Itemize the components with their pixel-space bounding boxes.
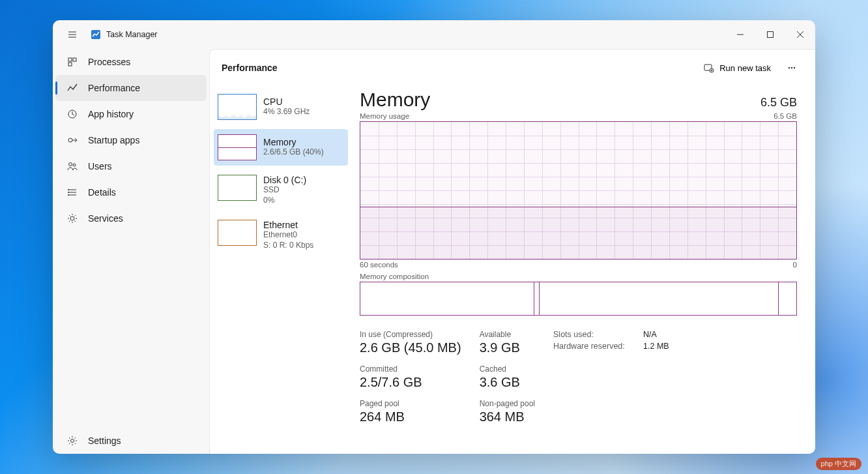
minimize-icon [737, 31, 744, 38]
svg-point-17 [791, 67, 792, 68]
sidebar-item-label: App history [88, 109, 134, 119]
sidebar-item-label: Settings [88, 436, 121, 446]
metric-sub2: S: 0 R: 0 Kbps [263, 241, 313, 251]
more-icon [787, 63, 796, 72]
sidebar-item-services[interactable]: Services [55, 205, 207, 231]
metric-sub: SSD [263, 185, 306, 196]
usage-label: Memory usage [360, 112, 409, 120]
performance-icon [67, 83, 78, 93]
ethernet-thumbnail [218, 220, 257, 246]
users-icon [67, 161, 78, 171]
metric-name: CPU [263, 96, 310, 107]
disk-thumbnail [218, 175, 257, 201]
run-task-icon [704, 63, 714, 73]
svg-point-6 [68, 138, 72, 142]
sidebar-item-app-history[interactable]: App history [55, 101, 207, 127]
sidebar-item-users[interactable]: Users [55, 153, 207, 179]
svg-point-16 [788, 67, 790, 68]
sidebar-item-processes[interactable]: Processes [55, 49, 207, 75]
svg-rect-1 [768, 32, 774, 38]
committed-label: Committed [360, 364, 461, 374]
services-icon [67, 213, 78, 224]
metric-item-disk[interactable]: Disk 0 (C:) SSD 0% [214, 170, 348, 211]
sidebar-item-label: Services [88, 213, 123, 224]
svg-point-11 [68, 194, 69, 196]
reserved-value: 1.2 MB [643, 342, 669, 351]
memory-usage-graph [360, 121, 797, 259]
detail-total: 6.5 GB [760, 96, 797, 110]
page-title: Performance [222, 63, 278, 73]
gear-icon [67, 436, 78, 446]
sidebar-item-label: Users [88, 161, 112, 171]
cpu-thumbnail [218, 94, 257, 120]
sidebar-item-startup-apps[interactable]: Startup apps [55, 127, 207, 153]
app-icon [91, 29, 101, 40]
hamburger-icon [67, 29, 78, 40]
metric-name: Disk 0 (C:) [263, 175, 306, 185]
paged-label: Paged pool [360, 399, 461, 408]
sidebar-item-settings[interactable]: Settings [55, 428, 207, 454]
processes-icon [67, 57, 78, 67]
paged-value: 264 MB [360, 409, 461, 424]
detail-panel: Memory 6.5 GB Memory usage 6.5 GB 60 sec… [352, 86, 815, 454]
composition-label: Memory composition [360, 273, 797, 280]
nonpaged-label: Non-paged pool [480, 399, 535, 408]
committed-value: 2.5/7.6 GB [360, 375, 461, 390]
run-task-label: Run new task [719, 63, 771, 73]
metric-item-memory[interactable]: Memory 2.6/6.5 GB (40%) [214, 129, 348, 166]
task-manager-window: Task Manager Processes Performance App h… [53, 20, 815, 454]
slots-value: N/A [643, 330, 657, 339]
sidebar-item-label: Processes [88, 57, 130, 67]
svg-point-8 [73, 164, 76, 166]
main-header: Performance Run new task [210, 50, 815, 86]
metric-sub2: 0% [263, 196, 306, 206]
reserved-label: Hardware reserved: [553, 342, 631, 351]
minimize-button[interactable] [725, 24, 755, 45]
cached-value: 3.6 GB [480, 375, 535, 390]
available-value: 3.9 GB [480, 340, 535, 355]
detail-title: Memory [360, 89, 430, 111]
sidebar-item-label: Details [88, 187, 116, 198]
window-controls [725, 24, 815, 45]
svg-rect-4 [68, 63, 72, 66]
metric-item-ethernet[interactable]: Ethernet Ethernet0 S: 0 R: 0 Kbps [214, 215, 348, 256]
more-options-button[interactable] [780, 58, 803, 78]
svg-rect-3 [73, 58, 76, 61]
svg-point-10 [68, 192, 69, 193]
metric-name: Memory [263, 137, 324, 147]
svg-point-9 [68, 189, 69, 190]
sidebar-item-label: Startup apps [88, 135, 139, 145]
nonpaged-value: 364 MB [480, 409, 535, 424]
sidebar-item-details[interactable]: Details [55, 179, 207, 205]
svg-point-7 [69, 163, 72, 166]
window-title: Task Manager [106, 30, 158, 39]
cached-label: Cached [480, 364, 535, 374]
in-use-label: In use (Compressed) [360, 330, 461, 339]
maximize-button[interactable] [755, 24, 785, 45]
metric-item-cpu[interactable]: CPU 4% 3.69 GHz [214, 89, 348, 125]
svg-point-18 [794, 67, 795, 68]
run-new-task-button[interactable]: Run new task [697, 59, 777, 77]
close-button[interactable] [785, 24, 815, 45]
hamburger-menu-button[interactable] [61, 23, 84, 46]
slots-label: Slots used: [553, 330, 631, 339]
sidebar-item-performance[interactable]: Performance [55, 75, 207, 101]
sidebar-item-label: Performance [88, 83, 140, 93]
x-left: 60 seconds [360, 261, 398, 269]
main-panel: Performance Run new task [209, 49, 815, 454]
startup-icon [67, 135, 78, 145]
memory-thumbnail [218, 134, 257, 160]
svg-rect-2 [68, 58, 72, 61]
in-use-value: 2.6 GB (45.0 MB) [360, 340, 461, 355]
available-label: Available [480, 330, 535, 339]
maximize-icon [767, 31, 774, 38]
metric-sub: 2.6/6.5 GB (40%) [263, 147, 324, 158]
titlebar: Task Manager [53, 20, 815, 49]
svg-point-13 [71, 439, 74, 443]
composition-bar [360, 282, 797, 316]
metric-list: CPU 4% 3.69 GHz Memory 2.6/6.5 GB (40%) [210, 86, 352, 454]
watermark: php 中文网 [816, 458, 861, 470]
close-icon [797, 31, 803, 38]
metric-name: Ethernet [263, 220, 313, 230]
svg-point-12 [70, 216, 74, 220]
